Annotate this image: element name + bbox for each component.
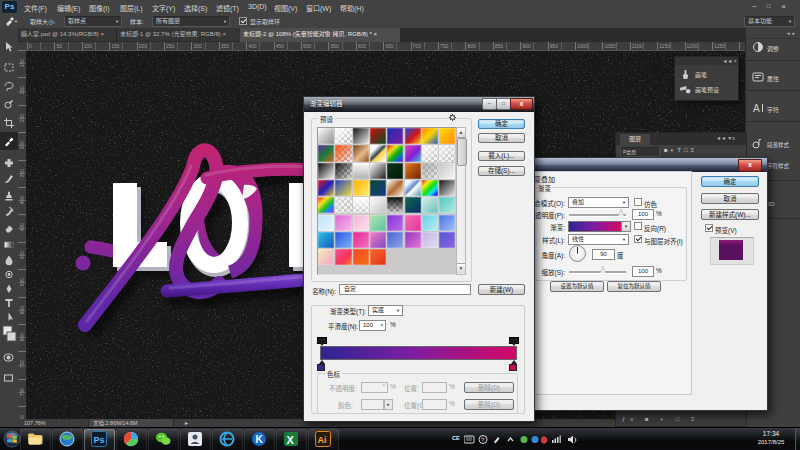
svg-text:?: ?: [481, 437, 485, 443]
svg-text:A: A: [753, 103, 760, 114]
svg-text:Ps: Ps: [94, 435, 105, 445]
svg-text:K: K: [256, 434, 264, 445]
svg-text:X: X: [287, 434, 295, 446]
svg-text:Ai: Ai: [318, 435, 327, 445]
